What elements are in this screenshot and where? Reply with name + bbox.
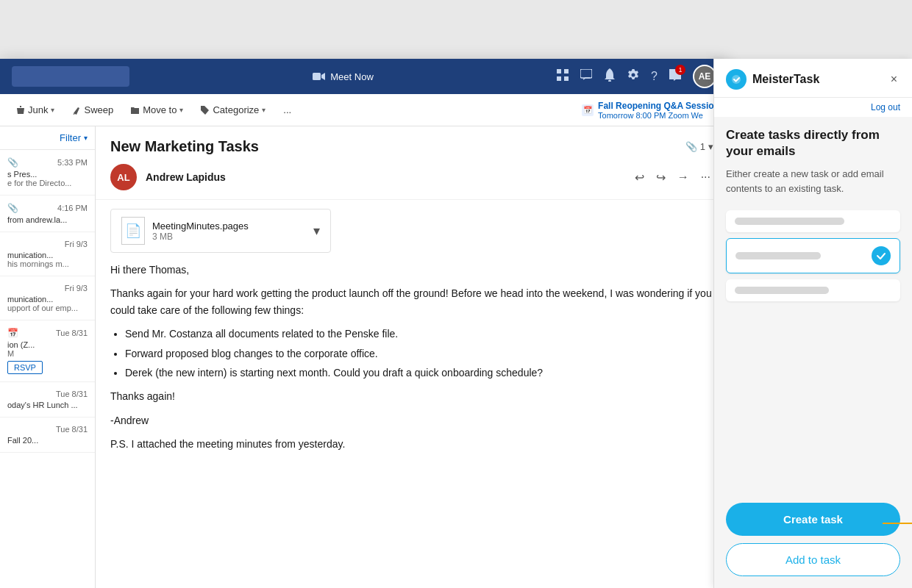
sweep-button[interactable]: Sweep <box>65 101 121 118</box>
mt-placeholder-item-2[interactable] <box>726 238 900 273</box>
list-item[interactable]: Tue 8/31 Fall 20... <box>0 417 95 453</box>
email-sign-off: Thanks again! <box>110 388 713 404</box>
apps-icon[interactable] <box>557 69 569 84</box>
categorize-chevron: ▾ <box>262 106 266 114</box>
svg-point-8 <box>202 107 204 109</box>
svg-point-6 <box>608 80 611 82</box>
event-info: 📅 Fall Reopening Q&A Session Tomorrow 8:… <box>582 101 719 120</box>
email-greeting: Hi there Thomas, <box>110 262 713 278</box>
reply-back-button[interactable]: ↪ <box>653 168 669 187</box>
mt-description: Either create a new task or add email co… <box>726 167 900 196</box>
move-to-chevron: ▾ <box>179 106 183 114</box>
more-button[interactable]: ... <box>276 101 299 118</box>
chat-icon[interactable] <box>580 69 592 84</box>
folder-icon <box>131 106 140 115</box>
mt-footer: Create task 4 Add to task <box>714 494 912 588</box>
email-header: New Marketing Tasks 📎 1 ▾ AL Andrew Lapi… <box>96 126 728 200</box>
action-bar: Junk ▾ Sweep Move to ▾ Categorize ▾ ... … <box>0 94 728 126</box>
attachment-icon: 📎 <box>7 203 18 213</box>
mt-placeholder-item-3[interactable] <box>726 279 900 301</box>
svg-rect-4 <box>564 76 569 81</box>
mt-tagline: Create tasks directly from your emails <box>726 127 900 159</box>
email-items: 📎 5:33 PM s Pres... e for the Directo...… <box>0 150 95 588</box>
meet-now-label: Meet Now <box>330 71 374 82</box>
add-to-task-button[interactable]: Add to task <box>726 543 900 576</box>
help-icon[interactable]: ? <box>651 70 658 83</box>
list-item[interactable]: 📎 4:16 PM from andrew.la... <box>0 196 95 232</box>
svg-rect-5 <box>580 69 592 78</box>
mt-logout-link[interactable]: Log out <box>714 98 912 117</box>
email-para1: Thanks again for your hard work getting … <box>110 285 713 318</box>
mt-header: MeisterTask × <box>714 59 912 98</box>
mt-close-button[interactable]: × <box>888 70 900 89</box>
reply-all-back-button[interactable]: ↩ <box>632 168 647 187</box>
meet-now-button[interactable]: Meet Now <box>313 71 374 82</box>
placeholder-bar-1 <box>735 218 844 225</box>
placeholder-bar-3 <box>735 287 829 294</box>
email-actions: ↩ ↪ → ··· <box>632 168 713 187</box>
list-item[interactable]: Fri 9/3 munication... upport of our emp.… <box>0 276 95 320</box>
list-item[interactable]: 📎 5:33 PM s Pres... e for the Directo... <box>0 150 95 196</box>
list-item[interactable]: Fri 9/3 munication... his mornings m... <box>0 232 95 276</box>
email-bullet-list: Send Mr. Costanza all documents related … <box>125 326 713 381</box>
content-area: Filter ▾ 📎 5:33 PM s Pres... e for the D… <box>0 126 728 588</box>
svg-rect-3 <box>557 76 561 81</box>
email-list-panel: Filter ▾ 📎 5:33 PM s Pres... e for the D… <box>0 126 96 588</box>
create-task-button[interactable]: Create task <box>726 503 900 536</box>
junk-chevron: ▾ <box>51 106 54 114</box>
attachment-info: MeetingMinutes.pages 3 MB <box>152 220 306 242</box>
outlook-window: Meet Now ? 1 AE <box>0 59 728 588</box>
meistertask-logo <box>726 69 747 90</box>
meistertask-panel: MeisterTask × Log out Create tasks direc… <box>713 59 912 588</box>
svg-rect-0 <box>313 73 321 80</box>
top-bar-icons: ? 1 AE <box>557 65 716 88</box>
email-signature: -Andrew <box>110 412 713 429</box>
event-pill[interactable]: 📅 Fall Reopening Q&A Session Tomorrow 8:… <box>582 101 719 120</box>
event-details: Fall Reopening Q&A Session Tomorrow 8:00… <box>598 101 719 120</box>
list-item[interactable]: 📅 Tue 8/31 ion (Z... M RSVP <box>0 320 95 382</box>
svg-rect-2 <box>564 69 569 74</box>
sender-avatar: AL <box>110 164 137 190</box>
attachment-icon: 📎 <box>7 157 18 168</box>
step-indicator: 4 <box>883 507 912 539</box>
paperclip-icon: 📎 <box>685 141 697 152</box>
sweep-icon <box>72 106 81 115</box>
attachment-expand-button[interactable]: ▾ <box>313 223 320 239</box>
list-item[interactable]: Tue 8/31 oday's HR Lunch ... <box>0 382 95 417</box>
junk-icon <box>16 106 25 115</box>
file-icon: 📄 <box>121 217 145 245</box>
bell-icon[interactable] <box>604 68 616 85</box>
placeholder-bar-2 <box>735 252 821 259</box>
categorize-button[interactable]: Categorize ▾ <box>193 101 273 118</box>
mt-placeholder-list <box>726 210 900 301</box>
attachment-card: 📄 MeetingMinutes.pages 3 MB ▾ <box>110 209 331 253</box>
video-icon <box>313 71 326 82</box>
attachment-badge: 📎 1 ▾ <box>685 141 713 152</box>
email-bullet-3: Derek (the new intern) is starting next … <box>125 365 713 381</box>
feedback-icon[interactable]: 1 <box>669 69 681 84</box>
junk-button[interactable]: Junk ▾ <box>9 101 62 118</box>
check-circle-icon <box>872 246 891 265</box>
move-to-button[interactable]: Move to ▾ <box>124 101 190 118</box>
calendar-icon: 📅 <box>582 104 594 116</box>
mt-content: Create tasks directly from your emails E… <box>714 117 912 494</box>
email-body: Hi there Thomas, Thanks again for your h… <box>96 262 728 588</box>
svg-point-7 <box>632 74 635 77</box>
meistertask-title: MeisterTask <box>752 73 819 86</box>
email-bullet-2: Forward proposed blog changes to the cor… <box>125 345 713 362</box>
more-email-actions-button[interactable]: ··· <box>698 168 713 187</box>
email-title: New Marketing Tasks <box>110 138 259 155</box>
rsvp-button[interactable]: RSVP <box>7 361 43 374</box>
search-box[interactable] <box>12 66 129 87</box>
svg-rect-1 <box>557 69 561 74</box>
svg-point-9 <box>732 75 741 84</box>
step-line <box>883 523 912 524</box>
mt-placeholder-item-1[interactable] <box>726 210 900 232</box>
sender-name: Andrew Lapidus <box>146 171 623 183</box>
forward-button[interactable]: → <box>674 168 692 187</box>
attachment-size: 3 MB <box>152 232 306 242</box>
top-bar: Meet Now ? 1 AE <box>0 59 728 94</box>
calendar-icon: 📅 <box>7 328 18 338</box>
filter-button[interactable]: Filter ▾ <box>60 132 88 143</box>
settings-icon[interactable] <box>627 69 639 84</box>
